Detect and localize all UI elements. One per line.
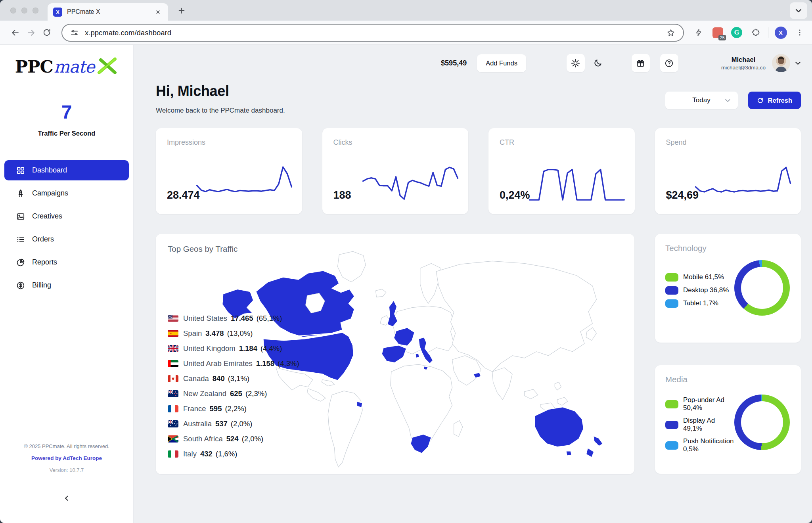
geo-percent: (1,6%): [216, 450, 237, 458]
window-controls[interactable]: [10, 8, 38, 13]
geo-name: Australia: [183, 420, 212, 428]
geo-row: Canada840(3,1%): [168, 371, 299, 386]
browser-tab[interactable]: X PPCmate X: [48, 3, 168, 21]
legend-swatch: [665, 441, 678, 450]
window-zoom-button[interactable]: [33, 8, 38, 13]
reload-icon[interactable]: [39, 25, 55, 40]
browser-menu-icon[interactable]: [793, 26, 806, 39]
select-chevron-icon: [725, 99, 731, 102]
sidebar-item-label: Reports: [32, 258, 57, 266]
map-sardinia: [416, 353, 419, 358]
geo-value: 524: [226, 435, 239, 443]
toolbar-divider: [768, 27, 768, 38]
url-bar[interactable]: x.ppcmate.com/dashboard: [61, 24, 684, 42]
flag-za-icon: [168, 435, 178, 443]
media-legend: Pop-under Ad 50,4%Display Ad 49,1%Push N…: [665, 396, 734, 453]
sidebar-item-campaigns[interactable]: Campaigns: [4, 183, 129, 203]
grid-icon: [16, 166, 25, 175]
sidebar-item-dashboard[interactable]: Dashboard: [4, 160, 129, 180]
map-new-zealand-south: [586, 448, 594, 457]
bookmark-star-icon[interactable]: [666, 29, 675, 37]
sidebar: PPC mate 7 Traffic Per Second DashboardC…: [0, 45, 134, 523]
flag-ca-icon: [168, 375, 178, 382]
legend-label: Mobile 61,5%: [683, 273, 724, 281]
tps-value: 7: [0, 103, 133, 122]
geo-value: 3.478: [205, 329, 224, 338]
stat-card-clicks: Clicks 188: [322, 128, 469, 214]
dark-mode-button[interactable]: [589, 54, 607, 72]
map-central-america: [307, 389, 326, 401]
geo-value: 1.184: [239, 344, 257, 353]
sidebar-item-billing[interactable]: Billing: [4, 275, 129, 295]
map-japan: [586, 328, 596, 340]
sidebar-item-orders[interactable]: Orders: [4, 229, 129, 249]
geo-percent: (65,1%): [257, 314, 282, 323]
forward-icon[interactable]: [23, 25, 39, 40]
flag-gb-icon: [168, 345, 178, 352]
avatar[interactable]: [772, 54, 790, 72]
sidebar-footer: © 2025 PPCmate. All rights reserved. Pow…: [0, 443, 133, 523]
traffic-per-second: 7 Traffic Per Second: [0, 103, 133, 137]
browser-tabstrip: X PPCmate X: [0, 0, 812, 21]
sidebar-item-reports[interactable]: Reports: [4, 252, 129, 272]
help-button[interactable]: [660, 54, 678, 72]
stat-label: CTR: [500, 138, 514, 147]
user-email: michael@3dma.co: [721, 65, 766, 71]
geo-name: South Africa: [183, 435, 223, 443]
top-geos-card: Top Geos by Traffic United States17.465(…: [156, 234, 634, 474]
legend-swatch: [665, 400, 678, 408]
top-geos-list: United States17.465(65,1%)Spain3.478(13,…: [168, 311, 299, 462]
gift-button[interactable]: [632, 54, 650, 72]
page-title: Hi, Michael: [156, 83, 285, 100]
legend-swatch: [665, 286, 678, 295]
flag-it-icon: [168, 450, 178, 458]
technology-title: Technology: [665, 243, 791, 253]
url-text[interactable]: x.ppcmate.com/dashboard: [85, 29, 666, 37]
back-icon[interactable]: [7, 25, 23, 40]
map-australia: [535, 407, 584, 447]
map-asia: [436, 261, 596, 372]
user-menu-chevron-icon[interactable]: [795, 61, 801, 65]
stat-card-spend: Spend $24,69: [655, 128, 801, 214]
red-extension-icon[interactable]: 25: [711, 26, 724, 39]
light-mode-button[interactable]: [567, 54, 585, 72]
tab-close-icon[interactable]: [153, 7, 163, 17]
geo-percent: (3,1%): [228, 374, 250, 383]
extensions-puzzle-icon[interactable]: [749, 26, 762, 39]
geo-percent: (2,3%): [245, 389, 267, 398]
date-range-value: Today: [692, 96, 710, 104]
bolt-extension-icon[interactable]: [692, 26, 705, 39]
user-info[interactable]: Michael michael@3dma.co: [721, 56, 766, 71]
date-range-select[interactable]: Today: [665, 92, 738, 109]
window-minimize-button[interactable]: [21, 8, 27, 13]
stat-label: Clicks: [333, 138, 352, 147]
legend-swatch: [665, 299, 678, 308]
legend-label: Pop-under Ad 50,4%: [683, 396, 734, 412]
map-tasmania: [566, 451, 572, 456]
site-settings-icon[interactable]: [70, 29, 79, 37]
map-french-guiana: [357, 401, 362, 408]
window-close-button[interactable]: [10, 8, 16, 13]
extensions-cluster: 25 G X: [692, 25, 806, 40]
sidebar-item-creatives[interactable]: Creatives: [4, 206, 129, 226]
geo-percent: (4,4%): [260, 344, 282, 353]
top-geos-title: Top Geos by Traffic: [168, 244, 237, 254]
tab-search-chevron-button[interactable]: [790, 2, 807, 19]
map-sea-3: [557, 397, 567, 405]
geo-name: Italy: [183, 450, 197, 458]
stat-value: 0,24%: [500, 189, 530, 201]
refresh-button[interactable]: Refresh: [748, 92, 801, 109]
sidebar-collapse-icon[interactable]: [60, 491, 73, 505]
grammarly-extension-icon[interactable]: G: [730, 26, 743, 39]
stat-label: Spend: [666, 138, 687, 147]
copyright-text: © 2025 PPCmate. All rights reserved.: [0, 443, 133, 449]
stat-card-ctr: CTR 0,24%: [488, 128, 635, 214]
new-tab-button[interactable]: [176, 5, 187, 16]
add-funds-button[interactable]: Add Funds: [477, 54, 526, 72]
geo-row: Spain3.478(13,0%): [168, 326, 299, 341]
geo-value: 1.158: [256, 359, 274, 368]
logo-ppc: PPC: [15, 57, 53, 77]
powered-by-link[interactable]: Powered by AdTech Europe: [0, 455, 133, 461]
browser-profile-avatar[interactable]: X: [774, 26, 787, 39]
geo-value: 840: [213, 374, 225, 383]
